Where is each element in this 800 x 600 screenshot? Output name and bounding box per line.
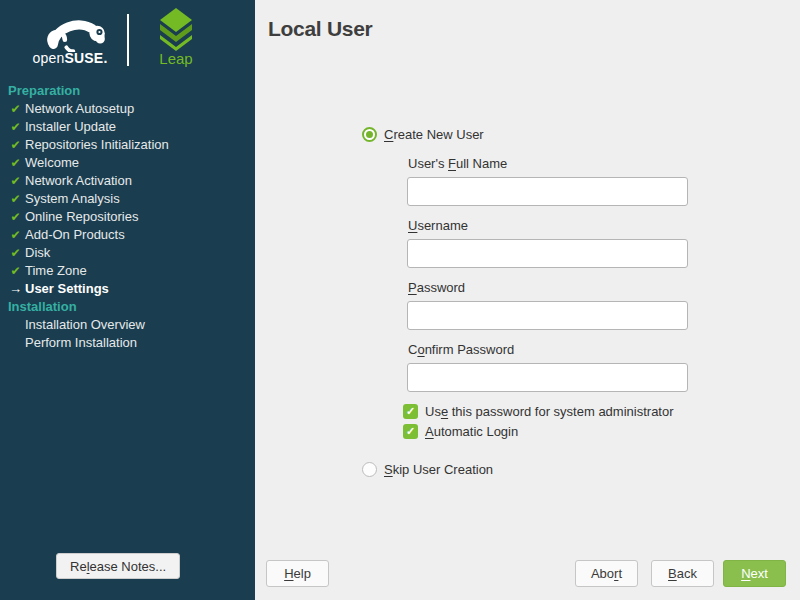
skip-user-creation-label[interactable]: Skip User Creation	[384, 462, 493, 477]
skip-user-creation-radio-row[interactable]: Skip User Creation	[362, 462, 493, 477]
username-input[interactable]	[407, 239, 688, 268]
main-content: Local User Create New User User's Full N…	[255, 0, 800, 600]
check-icon: ✔	[8, 244, 23, 262]
help-button[interactable]: Help	[266, 560, 329, 587]
system-admin-password-checkbox-row[interactable]: ✓ Use this password for system administr…	[403, 404, 674, 419]
radio-unselected-icon[interactable]	[362, 462, 377, 477]
step-label: Network Autosetup	[25, 101, 134, 116]
step-label: Perform Installation	[25, 335, 137, 350]
back-button[interactable]: Back	[651, 560, 714, 587]
step-label: User Settings	[25, 281, 109, 296]
confirm-password-label: Confirm Password	[408, 342, 514, 357]
password-input[interactable]	[407, 301, 688, 330]
check-icon: ✔	[8, 190, 23, 208]
step-online-repositories: ✔ Online Repositories	[8, 208, 251, 226]
check-icon: ✔	[8, 136, 23, 154]
step-perform-installation: Perform Installation	[8, 334, 251, 352]
system-admin-password-label[interactable]: Use this password for system administrat…	[425, 404, 674, 419]
step-label: Time Zone	[25, 263, 87, 278]
step-system-analysis: ✔ System Analysis	[8, 190, 251, 208]
checkbox-checked-icon[interactable]: ✓	[403, 424, 418, 439]
automatic-login-checkbox-row[interactable]: ✓ Automatic Login	[403, 424, 518, 439]
installer-sidebar: openSUSE. Leap Preparation ✔ Network Aut…	[0, 0, 255, 600]
abort-button[interactable]: Abort	[575, 560, 638, 587]
step-label: Installation Overview	[25, 317, 145, 332]
full-name-label: User's Full Name	[408, 156, 507, 171]
check-icon: ✔	[8, 226, 23, 244]
password-label: Password	[408, 280, 465, 295]
step-welcome: ✔ Welcome	[8, 154, 251, 172]
opensuse-chameleon-icon	[32, 12, 110, 52]
section-header-preparation: Preparation	[8, 82, 251, 100]
installer-steps: Preparation ✔ Network Autosetup ✔ Instal…	[8, 82, 251, 352]
step-user-settings-current: → User Settings	[8, 280, 251, 298]
step-label: Network Activation	[25, 173, 132, 188]
checkbox-checked-icon[interactable]: ✓	[403, 404, 418, 419]
brand-area: openSUSE. Leap	[0, 0, 255, 80]
opensuse-wordmark: openSUSE.	[30, 50, 110, 66]
check-icon: ✔	[8, 208, 23, 226]
step-label: Add-On Products	[25, 227, 125, 242]
logo-divider	[127, 14, 129, 66]
create-new-user-radio-row[interactable]: Create New User	[362, 127, 484, 142]
check-icon: ✔	[8, 100, 23, 118]
username-label: Username	[408, 218, 468, 233]
check-icon: ✔	[8, 172, 23, 190]
check-mark-icon: ✓	[406, 406, 415, 417]
step-label: Welcome	[25, 155, 79, 170]
leap-wordmark: Leap	[152, 50, 200, 67]
step-label: Installer Update	[25, 119, 116, 134]
leap-diamond-icon	[152, 8, 200, 52]
step-label: Disk	[25, 245, 50, 260]
step-installer-update: ✔ Installer Update	[8, 118, 251, 136]
step-add-on-products: ✔ Add-On Products	[8, 226, 251, 244]
step-label: System Analysis	[25, 191, 120, 206]
page-title: Local User	[268, 17, 372, 41]
check-mark-icon: ✓	[406, 426, 415, 437]
create-new-user-label[interactable]: Create New User	[384, 127, 484, 142]
check-icon: ✔	[8, 154, 23, 172]
current-step-arrow-icon: →	[8, 280, 23, 298]
step-network-autosetup: ✔ Network Autosetup	[8, 100, 251, 118]
radio-selected-icon[interactable]	[362, 127, 377, 142]
check-icon: ✔	[8, 262, 23, 280]
check-icon: ✔	[8, 118, 23, 136]
automatic-login-label[interactable]: Automatic Login	[425, 424, 518, 439]
step-time-zone: ✔ Time Zone	[8, 262, 251, 280]
step-label: Online Repositories	[25, 209, 138, 224]
step-installation-overview: Installation Overview	[8, 316, 251, 334]
step-network-activation: ✔ Network Activation	[8, 172, 251, 190]
full-name-input[interactable]	[407, 177, 688, 206]
step-repositories-initialization: ✔ Repositories Initialization	[8, 136, 251, 154]
next-button[interactable]: Next	[723, 560, 786, 587]
step-disk: ✔ Disk	[8, 244, 251, 262]
confirm-password-input[interactable]	[407, 363, 688, 392]
section-header-installation: Installation	[8, 298, 251, 316]
step-label: Repositories Initialization	[25, 137, 169, 152]
release-notes-button[interactable]: Release Notes...	[56, 553, 180, 579]
